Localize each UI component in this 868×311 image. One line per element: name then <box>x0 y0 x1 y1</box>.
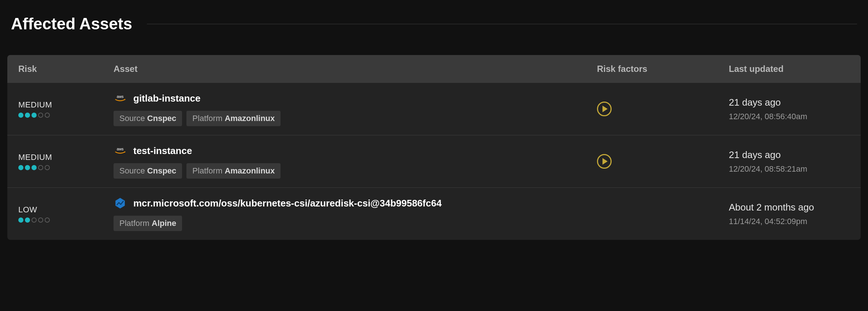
cell-asset: aws test-instance Source CnspecPlatform … <box>114 144 597 179</box>
risk-label: MEDIUM <box>18 153 114 162</box>
risk-dot <box>31 113 37 118</box>
asset-tags: Platform Alpine <box>114 216 597 231</box>
aws-icon: aws <box>114 144 127 157</box>
updated-relative: 21 days ago <box>729 149 850 161</box>
updated-absolute: 11/14/24, 04:52:09pm <box>729 217 850 226</box>
th-asset[interactable]: Asset <box>114 64 597 74</box>
th-updated[interactable]: Last updated <box>729 64 850 74</box>
asset-tag: Platform Amazonlinux <box>186 163 281 179</box>
table-row[interactable]: LOW mcr.microsoft.com/oss/kubernetes-csi… <box>7 187 861 240</box>
cell-risk-factors <box>597 154 729 169</box>
asset-name[interactable]: test-instance <box>133 145 192 157</box>
risk-label: LOW <box>18 205 114 215</box>
risk-dot <box>18 217 23 223</box>
cell-asset: mcr.microsoft.com/oss/kubernetes-csi/azu… <box>114 197 597 231</box>
play-icon <box>602 106 608 112</box>
cell-updated: 21 days ago 12/20/24, 08:58:21am <box>729 149 850 174</box>
aws-icon: aws <box>114 92 127 105</box>
th-risk[interactable]: Risk <box>18 64 114 74</box>
asset-name[interactable]: gitlab-instance <box>133 93 200 104</box>
divider <box>147 24 857 24</box>
asset-tag: Platform Alpine <box>114 216 182 231</box>
risk-dot <box>38 217 43 223</box>
risk-dot <box>31 165 37 170</box>
page-title: Affected Assets <box>11 15 132 33</box>
asset-tag: Platform Amazonlinux <box>186 111 281 126</box>
risk-dots <box>18 113 114 118</box>
th-factors[interactable]: Risk factors <box>597 64 729 74</box>
risk-dot <box>45 165 50 170</box>
risk-dots <box>18 165 114 170</box>
risk-dot <box>25 217 30 223</box>
updated-relative: 21 days ago <box>729 97 850 108</box>
risk-dot <box>18 165 23 170</box>
updated-relative: About 2 months ago <box>729 202 850 213</box>
cell-updated: About 2 months ago 11/14/24, 04:52:09pm <box>729 202 850 226</box>
play-button[interactable] <box>597 102 612 116</box>
table-row[interactable]: MEDIUM aws gitlab-instance Source Cnspec… <box>7 83 861 135</box>
risk-dot <box>25 165 30 170</box>
risk-dot <box>25 113 30 118</box>
cell-risk: MEDIUM <box>18 153 114 170</box>
asset-tags: Source CnspecPlatform Amazonlinux <box>114 163 597 179</box>
updated-absolute: 12/20/24, 08:58:21am <box>729 164 850 174</box>
risk-dot <box>31 217 37 223</box>
risk-dot <box>45 113 50 118</box>
risk-dot <box>38 165 43 170</box>
risk-label: MEDIUM <box>18 100 114 110</box>
table-row[interactable]: MEDIUM aws test-instance Source CnspecPl… <box>7 135 861 187</box>
updated-absolute: 12/20/24, 08:56:40am <box>729 112 850 121</box>
affected-assets-table: Risk Asset Risk factors Last updated MED… <box>7 55 861 240</box>
svg-text:aws: aws <box>117 94 124 99</box>
risk-dot <box>38 113 43 118</box>
cell-risk: MEDIUM <box>18 100 114 118</box>
asset-tag: Source Cnspec <box>114 111 182 126</box>
hex-icon <box>114 197 127 210</box>
play-button[interactable] <box>597 154 612 169</box>
play-icon <box>602 158 608 165</box>
cell-risk-factors <box>597 102 729 116</box>
cell-risk: LOW <box>18 205 114 223</box>
section-header: Affected Assets <box>7 7 861 33</box>
risk-dots <box>18 217 114 223</box>
asset-tags: Source CnspecPlatform Amazonlinux <box>114 111 597 126</box>
svg-text:aws: aws <box>117 147 124 151</box>
asset-name[interactable]: mcr.microsoft.com/oss/kubernetes-csi/azu… <box>133 198 442 209</box>
cell-asset: aws gitlab-instance Source CnspecPlatfor… <box>114 92 597 126</box>
risk-dot <box>45 217 50 223</box>
table-header-row: Risk Asset Risk factors Last updated <box>7 55 861 83</box>
cell-updated: 21 days ago 12/20/24, 08:56:40am <box>729 97 850 121</box>
asset-tag: Source Cnspec <box>114 163 182 179</box>
risk-dot <box>18 113 23 118</box>
